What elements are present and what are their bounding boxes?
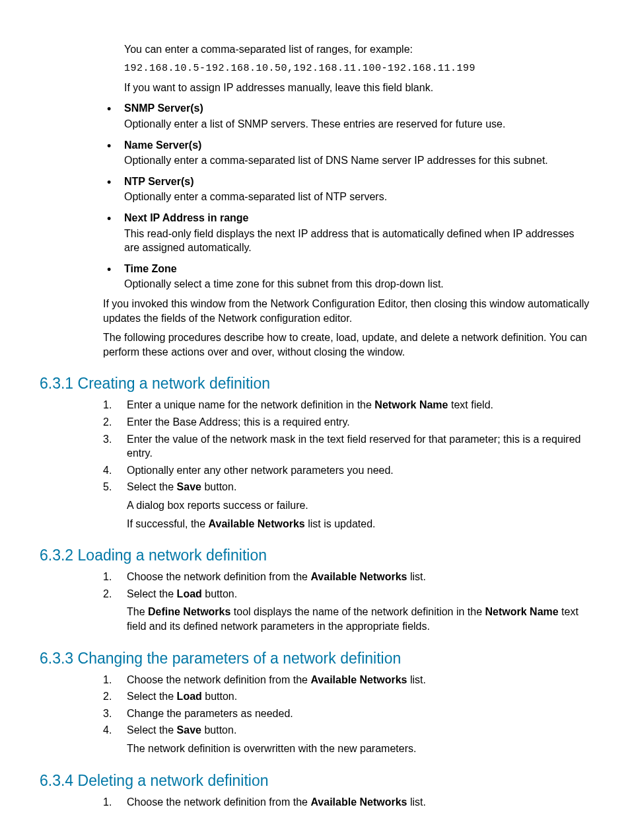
step-sub: A dialog box reports success or failure.: [127, 498, 590, 513]
bullet-term: SNMP Server(s): [124, 101, 590, 116]
bullet-desc: Optionally enter a comma-separated list …: [124, 190, 590, 204]
bullet-nextip: Next IP Address in range This read-only …: [103, 211, 590, 255]
heading-634: 6.3.4 Deleting a network definition: [40, 771, 590, 791]
bullet-desc: Optionally enter a comma-separated list …: [124, 153, 590, 168]
step: Enter the Base Address; this is a requir…: [103, 415, 590, 430]
step: Choose the network definition from the A…: [103, 570, 590, 584]
step: Optionally enter any other network param…: [103, 463, 590, 478]
bullet-desc: This read-only field displays the next I…: [124, 227, 590, 255]
heading-633: 6.3.3 Changing the parameters of a netwo…: [40, 648, 590, 669]
step: Select the Load button.: [103, 689, 590, 704]
intro-block: You can enter a comma-separated list of …: [124, 42, 590, 95]
step-sub: The network definition is overwritten wi…: [127, 742, 590, 756]
step: Enter the value of the network mask in t…: [103, 432, 590, 461]
bullet-desc: Optionally enter a list of SNMP servers.…: [124, 117, 590, 132]
bullet-ntp: NTP Server(s) Optionally enter a comma-s…: [103, 174, 590, 204]
heading-631: 6.3.1 Creating a network definition: [40, 373, 590, 394]
steps-631: Enter a unique name for the network defi…: [103, 398, 590, 531]
step: Enter a unique name for the network defi…: [103, 398, 590, 412]
step: Select the Load button. The Define Netwo…: [103, 587, 590, 634]
steps-633: Choose the network definition from the A…: [103, 673, 590, 756]
bullet-timezone: Time Zone Optionally select a time zone …: [103, 262, 590, 291]
page-content: You can enter a comma-separated list of …: [40, 42, 590, 840]
step: Choose the network definition from the A…: [103, 795, 590, 810]
bullet-snmp: SNMP Server(s) Optionally enter a list o…: [103, 101, 590, 131]
step: Change the parameters as needed.: [103, 706, 590, 721]
steps-632: Choose the network definition from the A…: [103, 570, 590, 633]
step: Select the Save button. The network defi…: [103, 723, 590, 755]
step: Select the Save button. A dialog box rep…: [103, 480, 590, 531]
heading-632: 6.3.2 Loading a network definition: [40, 545, 590, 566]
bullet-term: Next IP Address in range: [124, 211, 590, 225]
intro-p2: If you want to assign IP addresses manua…: [124, 81, 590, 95]
step: Choose the network definition from the A…: [103, 673, 590, 687]
steps-634: Choose the network definition from the A…: [103, 795, 590, 810]
after-p1: If you invoked this window from the Netw…: [103, 297, 590, 325]
step-sub: The Define Networks tool displays the na…: [127, 605, 590, 633]
bullet-term: Name Server(s): [124, 138, 590, 153]
bullet-term: NTP Server(s): [124, 174, 590, 189]
bullet-term: Time Zone: [124, 262, 590, 276]
after-block: If you invoked this window from the Netw…: [103, 297, 590, 359]
intro-p1: You can enter a comma-separated list of …: [124, 42, 590, 57]
after-p2: The following procedures describe how to…: [103, 330, 590, 359]
bullet-nameserver: Name Server(s) Optionally enter a comma-…: [103, 138, 590, 168]
bullet-desc: Optionally select a time zone for this s…: [124, 277, 590, 291]
step-sub: If successful, the Available Networks li…: [127, 517, 590, 531]
intro-code: 192.168.10.5-192.168.10.50,192.168.11.10…: [124, 62, 590, 75]
field-list: SNMP Server(s) Optionally enter a list o…: [103, 101, 590, 291]
